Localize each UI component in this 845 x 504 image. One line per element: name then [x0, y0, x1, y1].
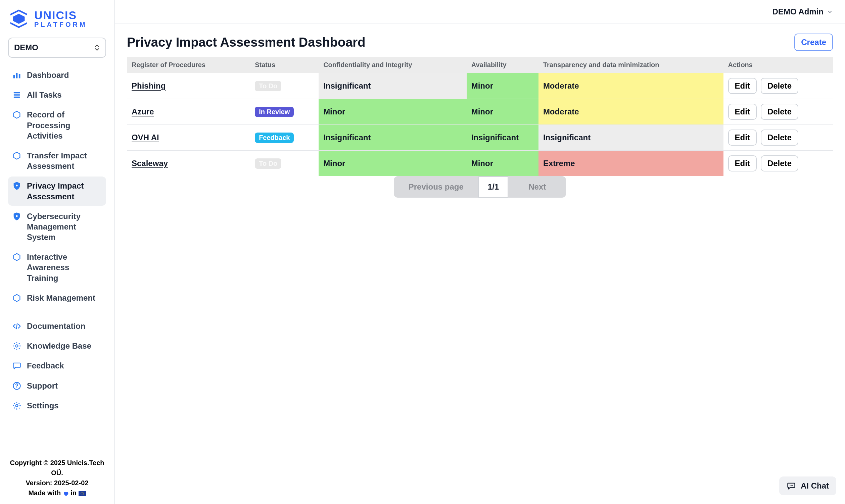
- ci-cell: Insignificant: [319, 125, 466, 151]
- status-badge: To Do: [255, 158, 281, 169]
- table-row: Scaleway To Do Minor Minor Extreme Edit …: [127, 151, 833, 177]
- sidebar-item-label: Interactive Awareness Training: [27, 252, 102, 283]
- delete-button[interactable]: Delete: [761, 104, 798, 120]
- sidebar-item-label: Transfer Impact Assessment: [27, 150, 102, 171]
- page-title: Privacy Impact Assessment Dashboard: [127, 35, 365, 50]
- delete-button[interactable]: Delete: [761, 155, 798, 172]
- cube-icon: [12, 293, 21, 303]
- th-availability: Availability: [466, 57, 539, 73]
- pager-prev-button[interactable]: Previous page: [394, 176, 478, 198]
- table-row: Phishing To Do Insignificant Minor Moder…: [127, 73, 833, 99]
- brand-logo-icon: [9, 9, 29, 29]
- sidebar-item-all-tasks[interactable]: All Tasks: [8, 86, 106, 104]
- sidebar-item-knowledge-base[interactable]: Knowledge Base: [8, 337, 106, 355]
- brand-subname: PLATFORM: [34, 21, 87, 29]
- cube-icon: [12, 110, 21, 120]
- sidebar-item-label: Knowledge Base: [27, 341, 102, 351]
- bars-icon: [12, 70, 21, 80]
- delete-button[interactable]: Delete: [761, 129, 798, 146]
- cube-icon: [12, 252, 21, 262]
- brand-text: UNICIS PLATFORM: [34, 10, 87, 29]
- ci-cell: Insignificant: [319, 73, 466, 99]
- ci-cell: Minor: [319, 99, 466, 125]
- sidebar-item-label: Support: [27, 380, 102, 391]
- ai-chat-label: AI Chat: [801, 481, 829, 490]
- content: Privacy Impact Assessment Dashboard Crea…: [115, 24, 845, 207]
- svg-marker-2: [13, 14, 25, 24]
- svg-rect-4: [16, 73, 18, 78]
- sidebar-item-label: Privacy Impact Assessment: [27, 181, 102, 201]
- svg-point-10: [16, 215, 17, 217]
- team-selector[interactable]: DEMO: [8, 38, 106, 58]
- register-link[interactable]: Azure: [131, 107, 154, 116]
- svg-point-17: [790, 485, 790, 486]
- th-status: Status: [250, 57, 319, 73]
- user-menu[interactable]: DEMO Admin: [773, 7, 833, 16]
- status-badge: To Do: [255, 81, 281, 91]
- th-actions: Actions: [723, 57, 833, 73]
- edit-button[interactable]: Edit: [728, 104, 757, 120]
- sidebar-nav: DashboardAll TasksRecord of Processing A…: [6, 64, 108, 309]
- sidebar-item-cybersecurity-management-system[interactable]: Cybersecurity Management System: [8, 207, 106, 247]
- availability-cell: Minor: [466, 99, 539, 125]
- updown-icon: [94, 44, 100, 51]
- sidebar-item-interactive-awareness-training[interactable]: Interactive Awareness Training: [8, 248, 106, 287]
- svg-point-14: [16, 404, 18, 407]
- sidebar-item-risk-management[interactable]: Risk Management: [8, 289, 106, 307]
- availability-cell: Minor: [466, 151, 539, 177]
- team-selector-label: DEMO: [14, 43, 38, 52]
- svg-point-18: [791, 485, 792, 486]
- edit-button[interactable]: Edit: [728, 129, 757, 146]
- th-register: Register of Procedures: [127, 57, 250, 73]
- th-transparency: Transparency and data minimization: [539, 57, 723, 73]
- register-link[interactable]: Scaleway: [131, 159, 168, 168]
- transparency-cell: Moderate: [539, 99, 723, 125]
- gear-icon: [12, 341, 21, 350]
- ai-chat-button[interactable]: AI Chat: [779, 476, 836, 495]
- register-link[interactable]: Phishing: [131, 81, 165, 90]
- help-icon: [12, 381, 21, 391]
- table-row: OVH AI Feedback Insignificant Insignific…: [127, 125, 833, 151]
- main: DEMO Admin Privacy Impact Assessment Das…: [115, 0, 845, 504]
- heart-icon: [63, 490, 69, 497]
- transparency-cell: Moderate: [539, 73, 723, 99]
- brand-name: UNICIS: [34, 10, 87, 21]
- sidebar-item-documentation[interactable]: Documentation: [8, 317, 106, 335]
- create-button[interactable]: Create: [794, 34, 833, 51]
- svg-rect-15: [78, 491, 86, 496]
- sidebar-item-support[interactable]: Support: [8, 377, 106, 395]
- sidebar-item-label: Feedback: [27, 360, 102, 371]
- svg-point-19: [792, 485, 793, 486]
- sidebar-item-feedback[interactable]: Feedback: [8, 356, 106, 375]
- sidebar-item-label: All Tasks: [27, 90, 102, 100]
- svg-rect-7: [14, 94, 20, 96]
- footer-madewith: Made with in: [9, 488, 105, 498]
- shield-icon: [12, 181, 21, 191]
- transparency-cell: Extreme: [539, 151, 723, 177]
- register-link[interactable]: OVH AI: [131, 133, 159, 142]
- status-badge: In Review: [255, 107, 294, 117]
- sidebar-item-transfer-impact-assessment[interactable]: Transfer Impact Assessment: [8, 146, 106, 175]
- footer-version: Version: 2025-02-02: [9, 478, 105, 488]
- sidebar-item-privacy-impact-assessment[interactable]: Privacy Impact Assessment: [8, 177, 106, 205]
- availability-cell: Minor: [466, 73, 539, 99]
- sidebar-footer: Copyright © 2025 Unicis.Tech OÜ. Version…: [6, 454, 108, 504]
- pager-next-button[interactable]: Next: [508, 176, 566, 198]
- chevron-down-icon: [827, 9, 833, 15]
- sidebar-item-label: Cybersecurity Management System: [27, 211, 102, 242]
- table-row: Azure In Review Minor Minor Moderate Edi…: [127, 99, 833, 125]
- sidebar-item-record-of-processing-activities[interactable]: Record of Processing Activities: [8, 105, 106, 145]
- sidebar-separator: [10, 312, 105, 312]
- svg-point-11: [16, 345, 18, 347]
- eu-flag-icon: [78, 491, 86, 496]
- edit-button[interactable]: Edit: [728, 78, 757, 94]
- delete-button[interactable]: Delete: [761, 78, 798, 94]
- sidebar-item-label: Record of Processing Activities: [27, 109, 102, 141]
- sidebar-item-settings[interactable]: Settings: [8, 396, 106, 415]
- sidebar-item-dashboard[interactable]: Dashboard: [8, 66, 106, 84]
- edit-button[interactable]: Edit: [728, 155, 757, 172]
- sidebar-item-label: Settings: [27, 400, 102, 411]
- availability-cell: Insignificant: [466, 125, 539, 151]
- svg-point-9: [16, 184, 17, 186]
- pager-current: 1/1: [478, 176, 508, 198]
